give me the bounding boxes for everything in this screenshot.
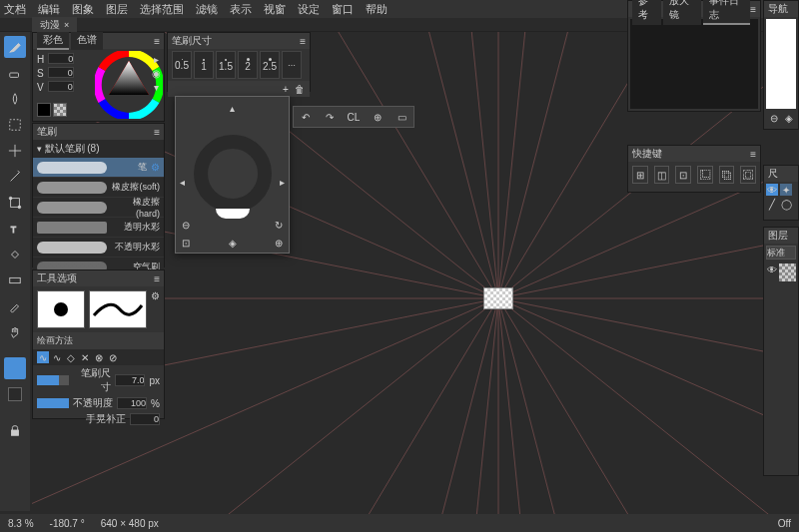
brush-group[interactable]: ▾ 默认笔刷 (8) [33, 140, 164, 158]
ruler-radial-icon[interactable]: ✦ [780, 184, 792, 196]
blend-normal-icon[interactable]: ∿ [37, 351, 49, 363]
menu-image[interactable]: 图象 [72, 2, 94, 17]
blend-5-icon[interactable]: ⊗ [93, 351, 105, 363]
chevron-left-icon[interactable]: ◂ [180, 177, 185, 188]
selection-tool[interactable] [4, 114, 26, 136]
brushsize-more[interactable]: ⋯ [282, 51, 302, 79]
size-input[interactable] [115, 374, 145, 386]
blend-6-icon[interactable]: ⊘ [107, 351, 119, 363]
shortcut-1[interactable]: ⊞ [632, 166, 648, 184]
navigator-preview[interactable] [766, 19, 796, 109]
delete-icon[interactable]: 🗑 [294, 83, 306, 95]
fgcolor-tool[interactable] [4, 357, 26, 379]
sat-input[interactable] [48, 67, 74, 78]
move-tool[interactable] [4, 140, 26, 162]
blend-3-icon[interactable]: ◇ [65, 351, 77, 363]
blendmode-select[interactable] [766, 246, 796, 260]
brush-ring[interactable] [194, 135, 272, 213]
panel-menu-icon[interactable]: ≡ [154, 127, 160, 138]
shortcut-5[interactable]: ⿻ [719, 166, 735, 184]
menu-edit[interactable]: 编辑 [38, 2, 60, 17]
stabilizer-input[interactable] [130, 413, 160, 425]
shortcut-6[interactable]: ⿴ [740, 166, 756, 184]
lock-tool[interactable] [4, 419, 26, 441]
brush-popup[interactable]: ▴ ◂ ▸ ⊡ ◈ ⊕ ⊖ ↻ [175, 96, 290, 254]
gear-icon[interactable]: ⚙ [151, 290, 160, 328]
transform-tool[interactable] [4, 192, 26, 214]
panel-icon[interactable]: ▭ [394, 109, 409, 125]
clear-button[interactable]: CL [346, 109, 362, 125]
shield-icon[interactable]: ◈ [229, 238, 237, 249]
menu-win2[interactable]: 窗口 [332, 2, 354, 17]
smudge-tool[interactable] [4, 88, 26, 110]
color-tab[interactable]: 彩色 [37, 32, 69, 50]
zoom-fit-icon[interactable]: ⊡ [182, 238, 190, 249]
panel-menu-icon[interactable]: ≡ [750, 149, 756, 160]
brushsize-1.5[interactable]: 1.5 [216, 51, 236, 79]
brushsize-2[interactable]: 2 [238, 51, 258, 79]
menu-window[interactable]: 视窗 [264, 2, 286, 17]
ruler-line-icon[interactable]: ╱ [766, 198, 778, 210]
document-tab[interactable]: 动漫× [32, 17, 77, 33]
brushsize-2.5[interactable]: 2.5 [260, 51, 280, 79]
panel-menu-icon[interactable]: ≡ [154, 273, 160, 284]
menu-view[interactable]: 表示 [230, 2, 252, 17]
zoom-out-icon[interactable]: ⊖ [770, 113, 778, 124]
panel-menu-icon[interactable]: ≡ [300, 36, 306, 47]
close-icon[interactable]: × [64, 20, 69, 30]
eye-icon[interactable]: 👁 [766, 264, 777, 275]
shortcut-3[interactable]: ⊡ [675, 166, 691, 184]
color-history-icon[interactable]: ▸ [150, 53, 162, 65]
eye-icon[interactable]: 👁 [766, 184, 778, 196]
fg-swatch[interactable] [37, 103, 51, 117]
brush-item[interactable]: 笔⚙ [33, 158, 164, 178]
gradient-tool[interactable] [4, 269, 26, 291]
eraser-tool[interactable] [4, 62, 26, 84]
zoom-in-icon[interactable]: ⊕ [275, 238, 283, 249]
nav-shield-icon[interactable]: ◈ [785, 113, 793, 124]
hand-tool[interactable] [4, 321, 26, 343]
blend-4-icon[interactable]: ✕ [79, 351, 91, 363]
brushsize-1[interactable]: 1 [194, 51, 214, 79]
add-icon[interactable]: + [280, 83, 292, 95]
color-target-icon[interactable]: ◉ [150, 67, 162, 79]
fill-tool[interactable] [4, 244, 26, 266]
brushsize-0.5[interactable]: 0.5 [172, 51, 192, 79]
reference-view[interactable] [630, 19, 758, 109]
brush-item[interactable]: 橡皮擦(soft) [33, 178, 164, 198]
rotate-icon[interactable]: ↻ [275, 220, 283, 231]
shortcut-2[interactable]: ◫ [654, 166, 670, 184]
bg-swatch[interactable] [53, 103, 67, 117]
hue-input[interactable] [48, 53, 74, 64]
panel-menu-icon[interactable]: ≡ [154, 36, 160, 47]
menu-help[interactable]: 帮助 [366, 2, 388, 17]
size-slider[interactable] [37, 375, 69, 385]
chevron-right-icon[interactable]: ▸ [280, 177, 285, 188]
text-tool[interactable]: T [4, 218, 26, 240]
ref-tab[interactable]: 参考 [632, 0, 661, 25]
blend-2-icon[interactable]: ∿ [51, 351, 63, 363]
menu-settings[interactable]: 设定 [298, 2, 320, 17]
layer-thumb[interactable] [779, 264, 796, 281]
ruler-ellipse-icon[interactable]: ◯ [780, 198, 792, 210]
wand-tool[interactable] [4, 166, 26, 188]
panel-menu-icon[interactable]: ≡ [750, 4, 756, 15]
zoom-out-icon[interactable]: ⊖ [182, 220, 190, 231]
swatch-tab[interactable]: 色谱 [71, 32, 103, 50]
menu-filter[interactable]: 滤镜 [196, 2, 218, 17]
menu-layer[interactable]: 图层 [106, 2, 128, 17]
brush-item[interactable]: 透明水彩 [33, 218, 164, 238]
gear-icon[interactable]: ⚙ [151, 162, 160, 173]
val-input[interactable] [48, 81, 74, 92]
opacity-input[interactable] [117, 397, 147, 409]
brush-item[interactable]: 不透明水彩 [33, 238, 164, 258]
bgcolor-tool[interactable] [4, 383, 26, 405]
eyedropper-tool[interactable] [4, 295, 26, 317]
opacity-slider[interactable] [37, 398, 69, 408]
menu-select[interactable]: 选择范围 [140, 2, 184, 17]
brush-arc[interactable] [216, 209, 250, 219]
redo-icon[interactable]: ↷ [322, 109, 338, 125]
shortcut-4[interactable]: ⿺ [697, 166, 713, 184]
magnifier-tab[interactable]: 放大镜 [663, 0, 701, 25]
brush-tool[interactable] [4, 36, 26, 58]
